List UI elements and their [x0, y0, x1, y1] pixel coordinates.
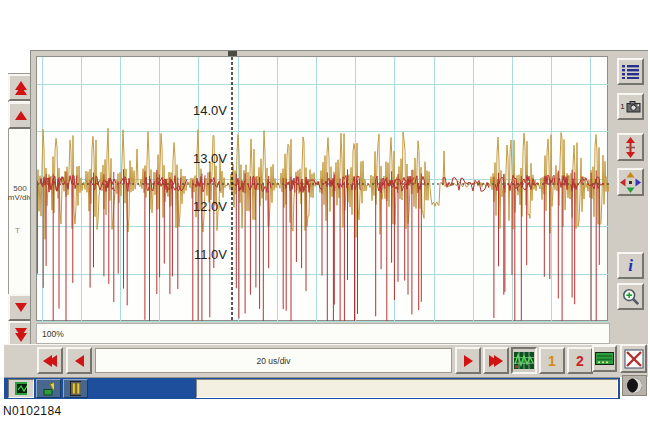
waveform-display-icon [514, 352, 534, 369]
taskbar-status-panel [196, 379, 618, 398]
scope-tool-icon [15, 382, 27, 395]
volt-label-13: 13.0V [167, 151, 227, 166]
trigger-position-icon [624, 137, 637, 158]
pan-adjust-button[interactable] [617, 168, 644, 196]
forward-fast-button[interactable] [483, 347, 509, 374]
snapshot-camera-icon [626, 100, 641, 113]
trigger-position-button[interactable] [617, 133, 644, 161]
forward-icon [464, 355, 473, 367]
volt-label-12: 12.0V [167, 199, 227, 214]
waveform-display-toggle[interactable] [511, 347, 537, 374]
volt-label-14: 14.0V [167, 103, 227, 118]
channel-2-button[interactable]: 2 [567, 347, 593, 374]
channel-2-label: 2 [576, 353, 584, 369]
zoom-percent-row: 100% [36, 323, 610, 344]
volt-label-11: 11.0V [167, 247, 227, 262]
data-bars-button[interactable] [63, 379, 88, 398]
probe-tool-button[interactable] [36, 379, 61, 398]
channel-1-label: 1 [548, 353, 556, 369]
pan-arrows-icon [620, 172, 641, 193]
menu-icon [622, 64, 639, 79]
rewind-fast-button[interactable] [37, 347, 63, 374]
oscilloscope-app: 500 mV/div T T 14.0V 13.0V 12.0V 11.0V 1… [0, 0, 650, 426]
trigger-level-marker[interactable]: T [15, 226, 20, 235]
close-button[interactable] [620, 344, 647, 373]
up-arrow-icon [15, 111, 27, 120]
channel-1-button[interactable]: 1 [539, 347, 565, 374]
info-icon: i [628, 257, 633, 274]
rewind-button[interactable] [66, 347, 92, 374]
capture-settings-button[interactable] [592, 345, 617, 372]
figure-number: N0102184 [3, 404, 62, 418]
info-button[interactable]: i [617, 252, 644, 279]
contrast-icon [627, 378, 642, 393]
timebase-track[interactable]: 20 us/div [95, 348, 452, 373]
capture-settings-icon [595, 352, 614, 365]
timebase-label: 20 us/div [256, 356, 290, 366]
snapshot-button[interactable]: 1 [617, 93, 644, 120]
forward-fast-icon [491, 355, 501, 367]
rewind-fast-icon [45, 355, 55, 367]
zoom-percent: 100% [42, 329, 64, 339]
close-icon [624, 349, 644, 369]
double-up-arrow-icon [15, 83, 27, 93]
scope-tool-button[interactable] [8, 379, 34, 398]
zoom-icon [622, 288, 640, 306]
waveform-canvas [37, 57, 609, 322]
forward-button[interactable] [455, 347, 481, 374]
menu-button[interactable] [617, 58, 644, 85]
snapshot-number: 1 [620, 102, 624, 111]
double-down-arrow-icon [15, 330, 27, 340]
down-arrow-icon [15, 303, 27, 312]
contrast-button[interactable] [622, 375, 647, 396]
data-bars-icon [70, 381, 81, 396]
rewind-icon [75, 355, 84, 367]
probe-tool-icon [43, 381, 54, 396]
waveform-plot[interactable]: 14.0V 13.0V 12.0V 11.0V [36, 56, 608, 321]
zoom-button[interactable] [617, 283, 644, 310]
